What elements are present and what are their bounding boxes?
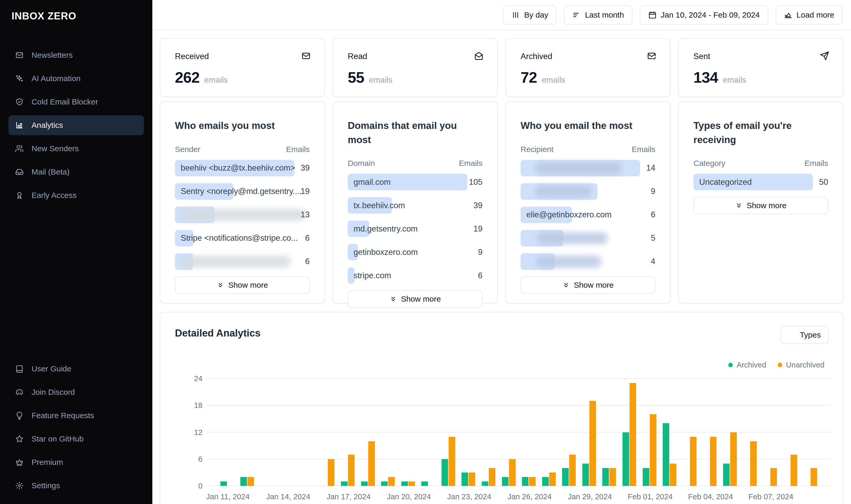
unarchived-bar [770, 468, 777, 486]
stat-value-row: 55emails [348, 69, 482, 86]
archived-bar [361, 482, 368, 486]
show-more-label: Show more [401, 294, 441, 303]
unarchived-bar [348, 455, 355, 486]
blurred-text-redaction [535, 162, 622, 174]
chart-gridline [207, 405, 831, 406]
sidebar-item-feature-requests[interactable]: Feature Requests [8, 406, 144, 426]
sidebar-item-analytics[interactable]: Analytics [8, 115, 144, 135]
show-more-button[interactable]: Show more [693, 197, 828, 214]
y-axis-tick: 0 [198, 482, 202, 490]
archived-bar [401, 482, 408, 486]
bar-chart-icon [15, 121, 24, 129]
archived-bar [421, 482, 428, 486]
show-more-button[interactable]: Show more [520, 276, 655, 294]
x-axis-tick: Jan 11, 2024 [206, 492, 250, 501]
topbar-button-label: Load more [797, 11, 834, 19]
sidebar-item-new-senders[interactable]: New Senders [8, 139, 144, 159]
table-row: 13 [175, 203, 310, 227]
stat-card-label: Archived [520, 52, 655, 61]
users-icon [15, 144, 24, 153]
topbar-button-label: Last month [585, 11, 624, 19]
row-label: stripe.com [354, 264, 391, 287]
unarchived-bar [247, 477, 254, 486]
archived-bar [582, 464, 589, 486]
x-axis-tick: Jan 23, 2024 [447, 492, 492, 501]
archived-bar [522, 477, 529, 486]
archived-bar [562, 468, 569, 486]
legend-label: Archived [737, 361, 766, 369]
list-card-header: SenderEmails [175, 145, 310, 154]
sidebar-item-ai-automation[interactable]: AI Automation [8, 69, 144, 88]
topbar-button-label: By day [524, 11, 548, 19]
table-row: Uncategorized50 [693, 170, 828, 194]
stat-card-value: 55 [348, 69, 364, 86]
send-icon [820, 51, 829, 61]
blurred-text-redaction [182, 256, 291, 268]
row-label: md.getsentry.com [354, 217, 418, 240]
sidebar-item-label: AI Automation [32, 74, 81, 83]
types-filter-button[interactable]: Types [780, 326, 829, 344]
shield-check-icon [15, 98, 24, 106]
stat-card-unit: emails [723, 75, 746, 85]
list-rows: beehiiv <buzz@tx.beehiiv.com>39Sentry <n… [175, 157, 310, 273]
sidebar-item-early-access[interactable]: Early Access [8, 185, 144, 205]
sidebar-item-cold-email-blocker[interactable]: Cold Email Blocker [8, 92, 144, 112]
topbar-button-load-more[interactable]: Load more [776, 5, 843, 25]
stat-card-value: 134 [693, 69, 718, 86]
list-cards-row: Who emails you mostSenderEmailsbeehiiv <… [160, 101, 844, 303]
book-icon [15, 365, 24, 373]
filter-lines-icon [572, 11, 581, 19]
topbar-button-last-month[interactable]: Last month [564, 5, 632, 25]
archived-bar [381, 482, 388, 486]
table-row: 9 [520, 180, 655, 203]
unarchived-bar [368, 441, 375, 486]
topbar-button-jan-10-2024-feb-09-2024[interactable]: Jan 10, 2024 - Feb 09, 2024 [640, 5, 768, 25]
list-card-title: Types of email you're receiving [693, 119, 819, 147]
show-more-button[interactable]: Show more [348, 290, 482, 308]
archived-bar [482, 482, 488, 486]
sidebar-item-settings[interactable]: Settings [8, 476, 144, 496]
row-value: 39 [474, 194, 482, 217]
x-axis-tick: Jan 14, 2024 [266, 492, 310, 501]
sidebar-item-star-on-github[interactable]: Star on GitHub [8, 429, 144, 449]
stat-card-archived: Archived72emails [506, 38, 671, 97]
table-row: elie@getinboxzero.com6 [520, 203, 655, 227]
sidebar-item-user-guide[interactable]: User Guide [8, 359, 144, 379]
stat-card-value: 262 [175, 69, 200, 86]
row-label: getinboxzero.com [354, 240, 418, 264]
main-area: By dayLast monthJan 10, 2024 - Feb 09, 2… [152, 0, 851, 504]
sidebar-item-join-discord[interactable]: Join Discord [8, 382, 144, 402]
archived-bar [643, 468, 649, 486]
row-label: Uncategorized [699, 170, 752, 194]
unarchived-bar [791, 455, 797, 486]
row-label: elie@getinboxzero.com [526, 203, 611, 227]
sidebar-item-mail-beta[interactable]: Mail (Beta) [8, 162, 144, 182]
show-more-button[interactable]: Show more [175, 276, 310, 294]
unarchived-bar [489, 468, 495, 486]
sidebar-item-newsletters[interactable]: Newsletters [8, 45, 144, 65]
stat-card-unit: emails [369, 75, 393, 85]
sidebar-item-label: Star on GitHub [32, 434, 84, 443]
unarchived-bar [811, 468, 817, 486]
row-value: 105 [469, 170, 482, 194]
sidebar-item-label: New Senders [32, 144, 79, 153]
blurred-text-redaction [182, 209, 305, 221]
blurred-text-redaction [536, 256, 602, 268]
sidebar-item-label: Early Access [32, 191, 77, 200]
list-rows: gmail.com105tx.beehiiv.com39md.getsentry… [348, 170, 482, 287]
mail-icon [301, 51, 311, 61]
unarchived-bar [408, 482, 415, 486]
stat-card-received: Received262emails [160, 38, 325, 97]
chevrons-down-icon [217, 282, 224, 289]
topbar-button-by-day[interactable]: By day [503, 5, 556, 25]
table-row: beehiiv <buzz@tx.beehiiv.com>39 [175, 157, 310, 180]
stat-card-unit: emails [205, 75, 228, 85]
row-label: beehiiv <buzz@tx.beehiiv.com> [181, 157, 295, 180]
row-value: 6 [305, 227, 310, 250]
unarchived-bar [449, 437, 455, 486]
row-value: 6 [478, 264, 482, 287]
sidebar-item-premium[interactable]: Premium [8, 452, 144, 472]
unarchived-bar [509, 459, 516, 486]
table-row: 5 [520, 227, 655, 250]
archived-bar [542, 477, 549, 486]
